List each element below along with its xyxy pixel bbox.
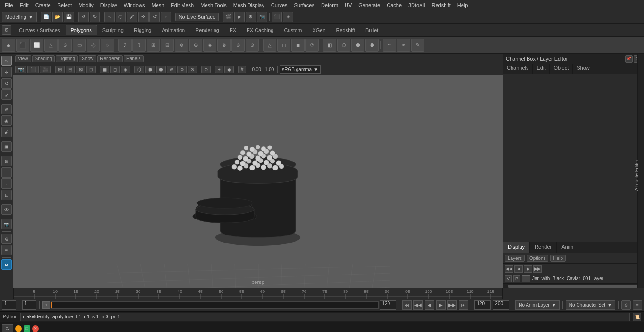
cb-layers-btn[interactable]: Layers — [505, 255, 525, 262]
viewport-lighting-menu[interactable]: Lighting — [56, 55, 78, 62]
range-bar[interactable] — [51, 301, 379, 309]
open-scene-btn[interactable]: 📂 — [52, 12, 63, 22]
connect-btn[interactable]: ⊟ — [161, 39, 174, 52]
menu-help[interactable]: Help — [454, 1, 471, 9]
select-mode-btn[interactable]: ↖ — [1, 56, 12, 66]
show-manipulator-btn[interactable]: ⊛ — [1, 234, 12, 244]
shading-btn[interactable]: ◼ — [100, 66, 109, 73]
camera-tumble-btn[interactable]: 👁 — [1, 204, 12, 215]
char-set-settings-btn[interactable]: ⚙ — [621, 300, 631, 310]
tab-fx[interactable]: FX — [225, 25, 241, 35]
menu-3dto-all[interactable]: 3DtoAll — [405, 1, 428, 9]
menu-redshift[interactable]: Redshift — [429, 1, 453, 9]
end-frame-field[interactable]: 120 — [380, 300, 396, 310]
combine-btn[interactable]: ⬡ — [337, 39, 350, 52]
cb-edit-tab[interactable]: Edit — [533, 64, 550, 74]
tab-curves-surfaces[interactable]: Curves / Surfaces — [14, 25, 65, 35]
current-frame-field[interactable]: 1 — [2, 300, 16, 310]
play-fwd-btn[interactable]: ▶ — [436, 300, 446, 310]
rotate-mode-btn[interactable]: ↺ — [1, 78, 12, 89]
mode-dropdown[interactable]: Modeling ▼ — [2, 12, 37, 22]
tab-rigging[interactable]: Rigging — [129, 25, 156, 35]
cb-show-tab[interactable]: Show — [573, 64, 594, 74]
max-frame-field[interactable]: 200 — [493, 300, 509, 310]
move-mode-btn[interactable]: ✛ — [1, 67, 12, 77]
menu-uv[interactable]: UV — [342, 1, 355, 9]
menu-create[interactable]: Create — [33, 1, 54, 9]
tab-fx-caching[interactable]: FX Caching — [242, 25, 278, 35]
no-anim-layer-dropdown[interactable]: No Anim Layer ▼ — [515, 300, 560, 310]
layer-row[interactable]: V P Jar_with_Black_Caviar_001_layer — [503, 274, 644, 284]
frame-field2[interactable]: 1 — [22, 300, 36, 310]
isolate-btn[interactable]: ⊙ — [201, 66, 211, 73]
menu-generate[interactable]: Generate — [355, 1, 383, 9]
triangulate-btn[interactable]: △ — [263, 39, 276, 52]
vp-pivot-btn[interactable]: + — [215, 66, 223, 73]
snap-point-btn[interactable]: · — [1, 178, 12, 189]
end-frame-field2[interactable]: 120 — [474, 300, 491, 310]
smooth-btn[interactable]: ~ — [383, 39, 396, 52]
taskbar-scene-item[interactable]: 🗂 — [2, 324, 13, 332]
tab-custom[interactable]: Custom — [280, 25, 307, 35]
vp-icon2[interactable]: ⬛ — [27, 66, 39, 73]
layer-playback-btn[interactable]: P — [513, 275, 520, 282]
cb-channels-tab[interactable]: Channels — [503, 64, 533, 74]
safe-area-btn[interactable]: ⬢ — [145, 66, 155, 73]
bridge-btn[interactable]: ⤵ — [132, 39, 146, 52]
wireframe-btn[interactable]: ◻ — [110, 66, 120, 73]
python-script-btn[interactable]: 📜 — [633, 313, 641, 321]
tab-redshift[interactable]: Redshift — [331, 25, 360, 35]
taskbar-maximize-btn[interactable]: □ — [24, 325, 30, 332]
cb-options-btn[interactable]: Options — [527, 255, 548, 262]
overdraw-btn[interactable]: ⊕ — [167, 66, 176, 73]
layer-scrollbar[interactable] — [503, 284, 644, 288]
scale-mode-btn[interactable]: ⤢ — [1, 89, 12, 100]
step-fwd-btn[interactable]: ▶▶ — [447, 300, 457, 310]
cb-render-tab[interactable]: Render — [530, 242, 557, 253]
menu-edit[interactable]: Edit — [17, 1, 32, 9]
menu-file[interactable]: File — [2, 1, 16, 9]
split-btn[interactable]: ⊖ — [189, 39, 202, 52]
menu-modify[interactable]: Modify — [75, 1, 96, 9]
menu-mesh-display[interactable]: Mesh Display — [231, 1, 267, 9]
prism-btn[interactable]: ◇ — [101, 39, 114, 52]
xray-btn[interactable]: ◈ — [121, 66, 130, 73]
camera-btn[interactable]: 📷 — [257, 12, 267, 22]
merge-btn[interactable]: ⊕ — [175, 39, 188, 52]
move-tool-btn[interactable]: ✛ — [138, 12, 149, 22]
viewport-show-menu[interactable]: Show — [79, 55, 96, 62]
snap-btn[interactable]: ⊕ — [283, 12, 293, 22]
viewport-panels-menu[interactable]: Panels — [124, 55, 144, 62]
snap-curve-btn[interactable]: ⌒ — [1, 167, 12, 178]
menu-select[interactable]: Select — [55, 1, 75, 9]
extract-btn[interactable]: ⬣ — [365, 39, 379, 52]
resolution-gate-btn[interactable]: ⬡ — [134, 66, 144, 73]
cb-object-tab[interactable]: Object — [550, 64, 573, 74]
scale-tool-btn[interactable]: ⤢ — [161, 12, 171, 22]
vp-icon6[interactable]: ⊠ — [76, 66, 85, 73]
menu-display[interactable]: Display — [98, 1, 120, 9]
snap-grid-btn[interactable]: ⊞ — [1, 156, 12, 166]
live-surface-label[interactable]: No Live Surface — [175, 13, 219, 21]
no-char-set-dropdown[interactable]: No Character Set ▼ — [566, 300, 615, 310]
torus-btn[interactable]: ⊙ — [58, 39, 72, 52]
skip-to-end-btn[interactable]: ⏭ — [459, 300, 468, 310]
conform-btn[interactable]: ⟳ — [305, 39, 319, 52]
target-weld-btn[interactable]: ⊙ — [246, 39, 259, 52]
paint-ops-btn[interactable]: 🖌 — [1, 127, 12, 137]
cylinder-btn[interactable]: ⬜ — [30, 39, 43, 52]
cb-pin-btn[interactable]: 📌 — [625, 55, 633, 63]
tab-sculpting[interactable]: Sculpting — [98, 25, 128, 35]
vp-icon5[interactable]: ⊟ — [66, 66, 75, 73]
cube-btn[interactable]: ⬛ — [16, 39, 29, 52]
menu-mesh[interactable]: Mesh — [149, 1, 167, 9]
viewport-renderer-menu[interactable]: Renderer — [97, 55, 123, 62]
tab-polygons[interactable]: Polygons — [66, 25, 96, 35]
snap-surface-btn[interactable]: ⊡ — [1, 190, 12, 200]
cb-help-btn[interactable]: Help — [550, 255, 566, 262]
menu-edit-mesh[interactable]: Edit Mesh — [168, 1, 197, 9]
viewport-view-menu[interactable]: View — [15, 55, 31, 62]
render-btn[interactable]: 🎬 — [223, 12, 233, 22]
redo-btn[interactable]: ↻ — [90, 12, 100, 22]
layer-arrow-right2[interactable]: ▶▶ — [533, 265, 542, 273]
